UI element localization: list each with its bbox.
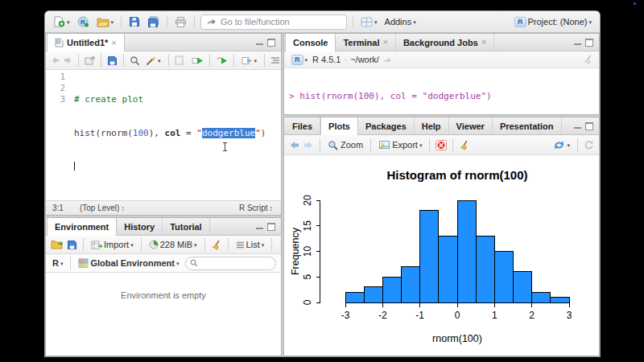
chevron-down-icon: ▾ xyxy=(413,19,416,25)
minimize-icon[interactable] xyxy=(574,43,581,45)
toolbar-separator xyxy=(209,54,210,67)
close-icon[interactable]: × xyxy=(382,38,387,47)
console-pane: Console Terminal× Background Jobs× R ▾ R… xyxy=(283,33,600,115)
tab-label: Packages xyxy=(365,121,407,131)
export-plot-button[interactable]: Export ▾ xyxy=(377,139,423,150)
r-version-selector[interactable]: R ▾ xyxy=(290,54,309,66)
new-project-button[interactable]: R xyxy=(76,15,91,28)
tab-packages[interactable]: Packages xyxy=(358,117,415,134)
minimize-icon[interactable] xyxy=(256,228,263,229)
zoom-plot-button[interactable]: Zoom xyxy=(326,139,365,151)
working-directory[interactable]: ~/work/ xyxy=(350,55,379,64)
code-editor[interactable]: 1 2 3 # create plot hist(rnorm(100), col… xyxy=(46,70,281,200)
addins-menu[interactable]: Addins ▾ xyxy=(383,16,418,27)
next-plot-icon[interactable] xyxy=(303,141,314,150)
toolbar-separator xyxy=(168,54,169,67)
toolbar-separator xyxy=(370,138,371,151)
tab-label: Tutorial xyxy=(170,222,202,232)
publish-icon xyxy=(553,140,565,150)
maximize-icon[interactable] xyxy=(585,39,593,47)
language-selector[interactable]: R ▾ xyxy=(51,257,64,269)
forward-icon[interactable] xyxy=(64,56,72,64)
toolbar-separator xyxy=(577,138,578,151)
tab-help[interactable]: Help xyxy=(415,117,449,134)
minimize-icon[interactable] xyxy=(574,127,581,129)
previous-plot-icon[interactable] xyxy=(289,141,299,150)
save-button[interactable] xyxy=(127,15,142,28)
memory-usage-button[interactable]: 228 MiB ▾ xyxy=(147,239,199,250)
string-token: ") xyxy=(255,128,266,138)
tab-environment[interactable]: Environment xyxy=(47,218,117,236)
rerun-icon[interactable] xyxy=(216,56,228,65)
close-icon[interactable]: × xyxy=(481,38,486,47)
back-icon[interactable] xyxy=(51,56,60,64)
clear-console-broom-icon[interactable] xyxy=(583,55,593,64)
toolbar-separator xyxy=(83,238,84,251)
run-icon[interactable] xyxy=(192,56,204,65)
goto-arrow-icon xyxy=(206,18,216,26)
close-icon[interactable]: × xyxy=(111,39,116,47)
new-file-button[interactable]: ▾ xyxy=(52,15,72,28)
memory-label: 228 MiB xyxy=(160,240,192,249)
environment-search-input[interactable] xyxy=(200,258,272,269)
text-cursor xyxy=(74,162,75,171)
line-number: 1 xyxy=(46,72,65,83)
tab-files[interactable]: Files xyxy=(285,117,320,134)
tab-label: Plots xyxy=(328,121,350,131)
svg-text:-1: -1 xyxy=(415,310,424,321)
environment-scope-selector[interactable]: Global Environment ▾ xyxy=(76,257,180,269)
find-icon[interactable] xyxy=(130,56,140,66)
tab-console[interactable]: Console xyxy=(285,34,336,51)
file-type-label: R Script xyxy=(239,204,268,212)
tab-viewer[interactable]: Viewer xyxy=(449,117,493,134)
tab-terminal[interactable]: Terminal× xyxy=(336,34,395,51)
remove-plot-icon[interactable] xyxy=(436,140,447,150)
tab-presentation[interactable]: Presentation xyxy=(493,117,562,134)
refresh-button[interactable]: ▾ xyxy=(278,239,282,250)
tab-untitled1[interactable]: Untitled1* × xyxy=(47,34,125,51)
goto-file-input[interactable] xyxy=(219,16,341,27)
tab-plots[interactable]: Plots xyxy=(320,117,358,135)
popout-window-icon[interactable] xyxy=(85,56,95,65)
import-dataset-button[interactable]: Import ▾ xyxy=(89,239,135,250)
language-label: R xyxy=(52,258,59,268)
load-workspace-icon[interactable] xyxy=(51,240,63,249)
import-table-icon xyxy=(91,241,102,249)
svg-text:2: 2 xyxy=(529,310,535,321)
tab-tutorial[interactable]: Tutorial xyxy=(163,218,210,235)
clear-plots-broom-icon[interactable] xyxy=(459,140,470,150)
toolbar-separator xyxy=(271,238,272,251)
save-all-button[interactable] xyxy=(146,15,161,28)
panes-layout-button[interactable]: ▾ xyxy=(359,16,379,28)
file-type-selector[interactable]: R Script ↕ xyxy=(237,203,275,213)
tab-background-jobs[interactable]: Background Jobs× xyxy=(396,34,494,51)
scope-selector[interactable]: (Top Level) ↕ xyxy=(78,203,126,213)
compile-report-icon[interactable] xyxy=(175,56,184,65)
project-menu[interactable]: R Project: (None) ▾ xyxy=(513,16,593,28)
open-directory-icon[interactable] xyxy=(382,56,391,64)
minimize-icon[interactable] xyxy=(256,43,263,45)
tab-history[interactable]: History xyxy=(117,218,163,235)
open-file-button[interactable]: ▾ xyxy=(95,16,116,28)
environment-content: Environment is empty xyxy=(46,273,281,356)
maximize-icon[interactable] xyxy=(267,39,275,47)
maximize-icon[interactable] xyxy=(585,122,593,130)
save-workspace-icon[interactable] xyxy=(67,240,77,250)
refresh-plot-icon[interactable] xyxy=(584,140,594,150)
maximize-icon[interactable] xyxy=(267,223,275,231)
goto-file-search[interactable] xyxy=(200,14,347,30)
publish-button[interactable]: ▾ xyxy=(551,139,572,151)
console-output[interactable]: > hist(rnorm(100), col = "dodgerblue") >… xyxy=(284,68,599,115)
save-icon[interactable] xyxy=(107,56,118,66)
source-button[interactable]: ▾ xyxy=(240,56,259,66)
code-tools-button[interactable]: ▾ xyxy=(144,55,163,67)
environment-search[interactable] xyxy=(185,257,277,270)
toolbar-separator xyxy=(101,54,101,67)
outline-icon[interactable] xyxy=(270,56,280,64)
list-view-button[interactable]: List ▾ xyxy=(234,239,266,250)
print-button[interactable] xyxy=(173,16,188,28)
updown-icon: ↕ xyxy=(270,204,274,212)
plot-viewport: -3-2-1012305101520Histogram of rnorm(100… xyxy=(284,155,599,356)
clear-objects-broom-icon[interactable] xyxy=(211,240,222,250)
search-icon xyxy=(190,259,198,267)
